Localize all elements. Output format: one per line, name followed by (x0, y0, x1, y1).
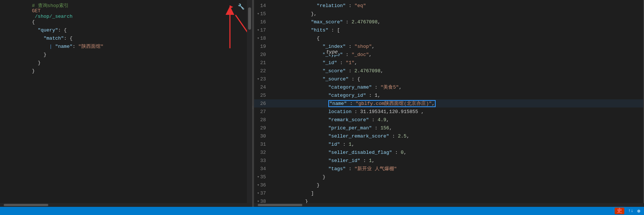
collapse-icon-23[interactable]: ▾ (257, 77, 259, 81)
right-panel: 14 "relation" : "eq" ▾ 15 }, (254, 0, 644, 215)
left-scrollbar[interactable] (247, 0, 252, 215)
collapse-icon-18[interactable]: ▾ (257, 36, 259, 40)
status-icon-arrows[interactable]: ↑↓ (628, 208, 633, 214)
line-num-19: 19 (260, 44, 266, 49)
gutter-35: ▾ 35 (257, 174, 270, 180)
line-num-20: 20 (260, 52, 266, 57)
editor-container: # 查询shop索引 GET /shop/_search { "query": (0, 0, 644, 215)
collapse-icon-37[interactable]: ▾ (257, 191, 259, 195)
gutter-33: 33 (257, 158, 270, 163)
gutter-18: ▾ 18 (257, 36, 270, 41)
gutter-16: 16 (257, 19, 270, 25)
left-h-scroll-thumb[interactable] (4, 204, 48, 206)
collapse-icon-15[interactable]: ▾ (257, 11, 259, 16)
right-code-area: 14 "relation" : "eq" ▾ 15 }, (254, 0, 644, 215)
line-num-22: 22 (260, 68, 266, 74)
gutter-32: 32 (257, 150, 270, 155)
toolbar-icons: ▶ 🔧 (228, 3, 245, 10)
line-num-17: 17 (260, 27, 266, 33)
gutter-26: 26 (257, 101, 270, 106)
gutter-17: ▾ 17 (257, 27, 270, 33)
right-h-scroll-thumb[interactable] (258, 204, 302, 206)
line-num-15: 15 (260, 11, 266, 17)
gutter-36: ▾ 36 (257, 182, 270, 188)
gutter-21: 21 (257, 60, 270, 66)
wrench-icon[interactable]: 🔧 (237, 3, 245, 10)
left-code-area: # 查询shop索引 GET /shop/_search { "query": (0, 0, 252, 76)
gutter-27: 27 (257, 109, 270, 115)
line-num-32: 32 (260, 150, 266, 155)
gutter-31: 31 (257, 142, 270, 147)
line-num-18: 18 (260, 36, 266, 41)
type-annotation-label: type (325, 49, 338, 55)
gutter-23: ▾ 23 (257, 76, 270, 82)
line-num-21: 21 (260, 60, 266, 66)
line-num-34: 34 (260, 166, 266, 172)
line-num-33: 33 (260, 158, 266, 163)
gutter-37: ▾ 37 (257, 191, 270, 196)
collapse-icon-17[interactable]: ▾ (257, 28, 259, 32)
line-9-content: } (3, 63, 252, 79)
line-num-23: 23 (260, 76, 266, 82)
gutter-15: ▾ 15 (257, 11, 270, 17)
line-num-14: 14 (260, 3, 266, 9)
line-num-29: 29 (260, 125, 266, 131)
left-h-scrollbar[interactable] (0, 203, 252, 207)
left-panel: # 查询shop索引 GET /shop/_search { "query": (0, 0, 253, 215)
line-num-31: 31 (260, 142, 266, 147)
status-icon-history[interactable]: 史 (615, 208, 624, 214)
scroll-thumb[interactable] (248, 7, 251, 30)
close-9: } (32, 68, 35, 74)
line-num-35: 35 (260, 174, 266, 180)
gutter-28: 28 (257, 117, 270, 123)
line-num-25: 25 (260, 93, 266, 98)
status-icon-close[interactable]: ⊗ (637, 208, 640, 214)
line-num-16: 16 (260, 19, 266, 25)
gutter-30: 30 (257, 133, 270, 139)
line-num-27: 27 (260, 109, 266, 115)
gutter-22: 22 (257, 68, 270, 74)
run-button[interactable]: ▶ (228, 3, 235, 10)
gutter-20: 20 (257, 52, 270, 57)
collapse-icon-36[interactable]: ▾ (257, 183, 259, 187)
line-num-37: 37 (260, 191, 266, 196)
line-9: } (0, 67, 252, 75)
gutter-34: 34 (257, 166, 270, 172)
gutter-14: 14 (257, 3, 270, 9)
line-num-26: 26 (260, 101, 266, 106)
line-num-30: 30 (260, 133, 266, 139)
line-num-36: 36 (260, 182, 266, 188)
status-bar: 史 ↑↓ ⊗ (0, 207, 644, 215)
collapse-icon-35[interactable]: ▾ (257, 175, 259, 179)
http-method: GET (32, 8, 40, 14)
gutter-19: 19 (257, 44, 270, 49)
line-num-28: 28 (260, 117, 266, 123)
gutter-29: 29 (257, 125, 270, 131)
gutter-25: 25 (257, 93, 270, 98)
line-num-24: 24 (260, 85, 266, 90)
right-h-scrollbar[interactable] (254, 203, 644, 207)
gutter-24: 24 (257, 85, 270, 90)
